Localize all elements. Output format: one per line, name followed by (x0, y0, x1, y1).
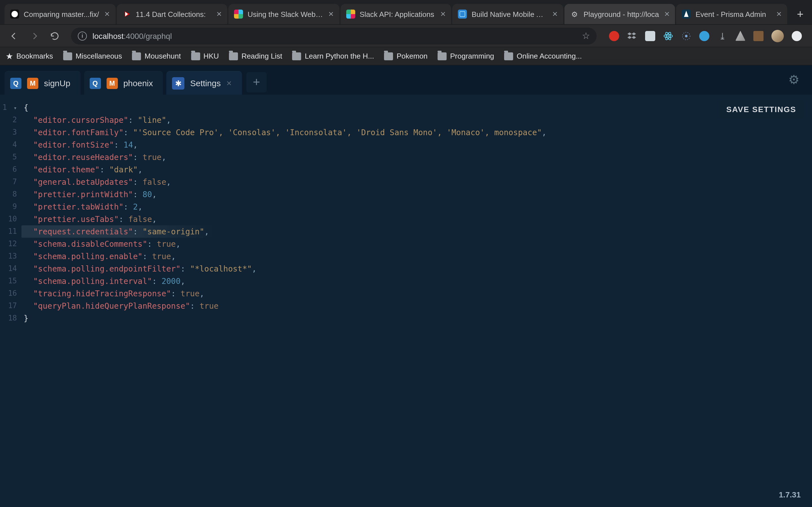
bookmark-online-accounting[interactable]: Online Accounting... (504, 52, 582, 60)
arrow-right-icon (29, 31, 40, 41)
bookmark-bar: ★Bookmarks Miscellaneous Mousehunt HKU R… (0, 47, 812, 65)
query-badge: Q (89, 77, 101, 89)
version-label: 1.7.31 (779, 490, 801, 499)
tab-title: Event - Prisma Admin (696, 10, 772, 18)
prisma-icon (682, 10, 691, 18)
tab-title: Comparing master...fix/ (24, 10, 100, 18)
browser-tab-slack-api[interactable]: Slack API: Applications × (340, 4, 451, 24)
browser-tab-youtube[interactable]: 11.4 Dart Collections: × (116, 4, 227, 24)
bookmark-bookmarks[interactable]: ★Bookmarks (6, 52, 53, 60)
bookmark-programming[interactable]: Programming (438, 52, 494, 60)
bookmark-star-icon[interactable]: ☆ (582, 31, 590, 41)
playground-tab-phoenix[interactable]: Q M phoenix (84, 71, 163, 95)
close-icon[interactable]: × (104, 10, 110, 18)
folder-icon (292, 52, 301, 60)
slack-icon (234, 10, 243, 18)
close-icon[interactable]: × (664, 10, 670, 18)
reload-icon (50, 31, 60, 41)
playground-tab-label: signUp (44, 78, 70, 88)
ext-icon-3[interactable] (645, 31, 655, 41)
playground-tabbar: Q M signUp Q M phoenix ✱ Settings × + ⚙ (0, 65, 812, 95)
folder-icon (438, 52, 447, 60)
folder-icon (132, 52, 141, 60)
ext-icon-8[interactable] (735, 31, 746, 41)
mutation-badge: M (106, 77, 117, 89)
ext-icon-6[interactable] (699, 31, 709, 41)
download-icon[interactable]: ⤓ (717, 31, 727, 41)
star-icon: ★ (6, 52, 13, 60)
tab-title: Using the Slack Web AP (248, 10, 324, 18)
browser-tabstrip: Comparing master...fix/ × 11.4 Dart Coll… (0, 0, 812, 25)
playground-tab-signup[interactable]: Q M signUp (4, 71, 80, 95)
tab-title: Build Native Mobile App (472, 10, 548, 18)
close-icon[interactable]: × (441, 10, 446, 18)
svg-point-4 (685, 35, 688, 37)
back-button[interactable] (6, 27, 22, 44)
playground-settings-gear-icon[interactable]: ⚙ (781, 73, 806, 87)
query-badge: Q (10, 77, 21, 89)
gear-icon: ✱ (172, 77, 185, 89)
close-icon[interactable]: × (552, 10, 558, 18)
close-icon[interactable]: × (226, 78, 232, 88)
graphql-playground: Q M signUp Q M phoenix ✱ Settings × + ⚙ … (0, 65, 812, 507)
tab-title: Playground - http://loca (583, 10, 660, 18)
arrow-left-icon (9, 31, 19, 41)
ext-icon-5[interactable] (681, 31, 691, 41)
playground-new-tab-button[interactable]: + (246, 72, 267, 93)
bookmark-pokemon[interactable]: Pokemon (384, 52, 428, 60)
close-icon[interactable]: × (328, 10, 334, 18)
folder-icon (229, 52, 238, 60)
save-settings-button[interactable]: SAVE SETTINGS (718, 100, 804, 118)
browser-window: Comparing master...fix/ × 11.4 Dart Coll… (0, 0, 812, 507)
site-info-icon[interactable]: i (78, 31, 87, 40)
playground-tab-label: Settings (190, 78, 221, 88)
new-browser-tab-button[interactable]: + (792, 6, 809, 22)
url-text: localhost:4000/graphql (93, 31, 172, 40)
bookmark-mousehunt[interactable]: Mousehunt (132, 52, 181, 60)
profile-avatar[interactable] (771, 30, 784, 42)
browser-toolbar: i localhost:4000/graphql ☆ ⤓ (0, 25, 812, 47)
folder-icon (504, 52, 513, 60)
tab-title: Slack API: Applications (359, 10, 436, 18)
bookmark-hku[interactable]: HKU (191, 52, 219, 60)
extension-icons: ⤓ (605, 30, 806, 42)
forward-button[interactable] (26, 27, 43, 44)
svg-point-3 (667, 35, 669, 36)
dropbox-icon[interactable] (627, 31, 637, 41)
browser-tab-prisma[interactable]: Event - Prisma Admin × (676, 4, 787, 24)
bookmark-learn-python[interactable]: Learn Python the H... (292, 52, 374, 60)
close-icon[interactable]: × (216, 10, 222, 18)
react-icon[interactable] (663, 31, 673, 41)
address-bar[interactable]: i localhost:4000/graphql ☆ (71, 27, 597, 44)
bookmark-miscellaneous[interactable]: Miscellaneous (63, 52, 122, 60)
slack-icon (346, 10, 355, 18)
youtube-icon (122, 10, 131, 18)
playground-tab-label: phoenix (123, 78, 153, 88)
settings-editor[interactable]: 1 ▾23456789101112131415161718 { "editor.… (0, 95, 812, 507)
gear-icon: ⚙ (570, 10, 579, 18)
nativescript-icon (458, 10, 467, 18)
browser-tab-github[interactable]: Comparing master...fix/ × (4, 4, 115, 24)
ext-icon-1[interactable] (609, 31, 619, 41)
close-icon[interactable]: × (776, 10, 781, 18)
browser-tab-playground[interactable]: ⚙ Playground - http://loca × (564, 4, 675, 24)
bookmark-reading-list[interactable]: Reading List (229, 52, 282, 60)
folder-icon (384, 52, 393, 60)
folder-icon (191, 52, 200, 60)
browser-tab-slack-web[interactable]: Using the Slack Web AP × (229, 4, 339, 24)
ext-icon-10[interactable] (792, 31, 802, 41)
line-gutter: 1 ▾23456789101112131415161718 (0, 99, 21, 507)
mutation-badge: M (27, 77, 38, 89)
tab-title: 11.4 Dart Collections: (136, 10, 212, 18)
playground-tab-settings[interactable]: ✱ Settings × (167, 71, 242, 95)
browser-tab-native[interactable]: Build Native Mobile App × (453, 4, 563, 24)
code-content[interactable]: { "editor.cursorShape": "line", "editor.… (21, 99, 812, 507)
github-icon (10, 10, 19, 18)
folder-icon (63, 52, 72, 60)
reload-button[interactable] (46, 27, 63, 44)
ext-icon-9[interactable] (753, 31, 763, 41)
